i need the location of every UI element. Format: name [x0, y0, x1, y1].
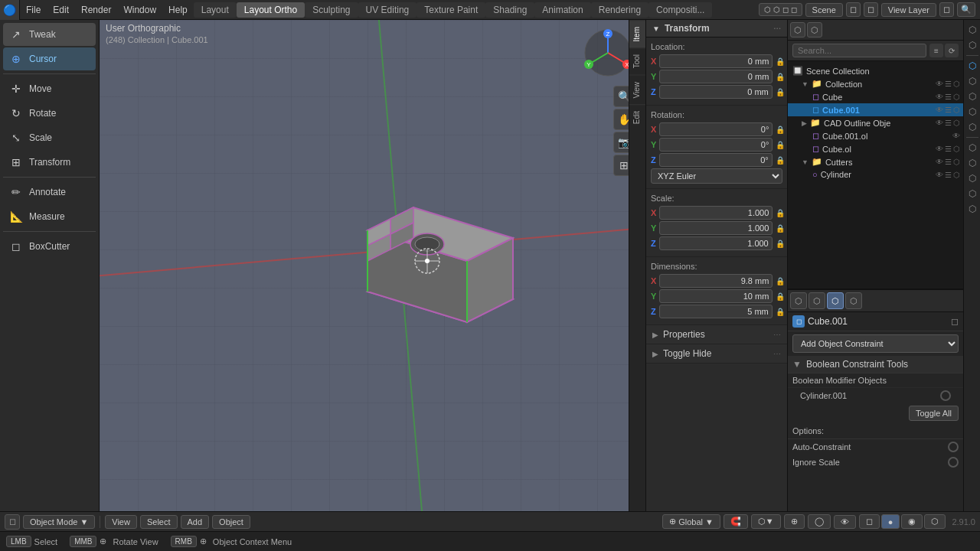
outliner-cutters[interactable]: ▼ 📁 Cutters 👁 ☰ ⬡	[788, 155, 963, 168]
engine-selector[interactable]: ⬡ ⬡ ◻ ◻	[759, 3, 802, 16]
tab-item[interactable]: Item	[629, 20, 645, 47]
cube-vis-2[interactable]: ☰	[945, 93, 952, 101]
tab-edit[interactable]: Edit	[629, 104, 645, 130]
dimensions-z-input[interactable]	[659, 305, 773, 318]
cubeol-vis-3[interactable]: ⬡	[953, 145, 960, 153]
sidebar-icon-11[interactable]: ⬡	[965, 187, 979, 201]
tab-animation[interactable]: Animation	[534, 2, 590, 18]
cutters-vis-3[interactable]: ⬡	[953, 158, 960, 166]
mode-selector[interactable]: Object Mode ▼	[23, 515, 95, 529]
sidebar-icon-4[interactable]: ⬡	[965, 74, 979, 88]
outliner-cube001ol[interactable]: ◻ Cube.001.ol 👁	[788, 129, 963, 142]
sidebar-icon-6[interactable]: ⬡	[965, 105, 979, 119]
cutters-vis-1[interactable]: 👁	[936, 158, 943, 166]
dimensions-x-lock[interactable]: 🔒	[776, 277, 785, 285]
location-y-input[interactable]	[659, 70, 773, 83]
boolean-tools-header[interactable]: ▼ Boolean Constraint Tools	[788, 356, 963, 373]
location-x-lock[interactable]: 🔒	[776, 57, 785, 66]
cylinder-vis-2[interactable]: ☰	[945, 171, 952, 179]
tool-annotate[interactable]: ✏ Annotate	[3, 181, 96, 204]
add-object-constraint-dropdown[interactable]: Add Object Constraint	[792, 334, 959, 353]
menu-render[interactable]: Render	[75, 3, 117, 17]
snap-options-btn[interactable]: ⬡▼	[751, 514, 781, 529]
location-y-lock[interactable]: 🔒	[776, 73, 785, 81]
cube001-vis-2[interactable]: ☰	[945, 106, 952, 114]
outliner-search-input[interactable]	[792, 44, 926, 57]
rotation-x-lock[interactable]: 🔒	[776, 126, 785, 134]
cubeol-vis-2[interactable]: ☰	[945, 145, 952, 153]
snap-magnet-btn[interactable]: 🧲	[724, 514, 748, 529]
collection-vis-1[interactable]: 👁	[936, 80, 943, 88]
toggle-all-btn[interactable]: Toggle All	[909, 406, 959, 421]
sidebar-icon-7[interactable]: ⬡	[965, 120, 979, 134]
scene-icons[interactable]: ◻	[864, 2, 878, 17]
view-layer-expand[interactable]: ◻	[939, 2, 954, 17]
cylinder-vis-3[interactable]: ⬡	[953, 171, 960, 179]
scale-z-lock[interactable]: 🔒	[776, 240, 785, 248]
rotation-z-input[interactable]	[659, 153, 773, 167]
menu-edit[interactable]: Edit	[47, 3, 75, 17]
cad-vis-2[interactable]: ☰	[945, 119, 952, 127]
outliner-cylinder[interactable]: ○ Cylinder 👁 ☰ ⬡	[788, 168, 963, 181]
cad-vis-3[interactable]: ⬡	[953, 119, 960, 127]
prop-icon-scene[interactable]: ⬡	[845, 292, 862, 309]
outliner-cubeol[interactable]: ◻ Cube.ol 👁 ☰ ⬡	[788, 142, 963, 155]
sidebar-icon-12[interactable]: ⬡	[965, 202, 979, 216]
material-btn[interactable]: ◉	[901, 514, 923, 529]
menu-help[interactable]: Help	[162, 3, 194, 17]
tool-cursor[interactable]: ⊕ Cursor	[3, 47, 96, 70]
tab-uv-editing[interactable]: UV Editing	[358, 2, 417, 18]
outliner-sync-icon[interactable]: ⟳	[945, 44, 959, 57]
view-layer-search[interactable]: 🔍	[957, 2, 975, 17]
tool-scale[interactable]: ⤡ Scale	[3, 126, 96, 149]
tool-rotate[interactable]: ↻ Rotate	[3, 102, 96, 125]
outliner-cad-outline[interactable]: ▶ 📁 CAD Outline Obje 👁 ☰ ⬡	[788, 116, 963, 129]
view-type-btn[interactable]: 👁	[834, 515, 856, 529]
toggle-hide-section[interactable]: ▶ Toggle Hide ⋯	[646, 344, 787, 364]
sidebar-icon-1[interactable]: ⬡	[965, 23, 979, 37]
properties-section[interactable]: ▶ Properties ⋯	[646, 325, 787, 344]
rotation-y-input[interactable]	[659, 138, 773, 152]
prop-icon-output[interactable]: ⬡	[808, 292, 825, 309]
sidebar-icon-10[interactable]: ⬡	[965, 171, 979, 185]
cube-vis-3[interactable]: ⬡	[953, 93, 960, 101]
global-transform[interactable]: ⊕ Global ▼	[662, 514, 720, 529]
outliner-icon-2[interactable]: ⬡	[807, 22, 822, 37]
sidebar-icon-5[interactable]: ⬡	[965, 90, 979, 103]
outliner-scene-collection[interactable]: 🔲 Scene Collection	[788, 64, 963, 77]
view-btn[interactable]: View	[105, 515, 137, 529]
transform-panel-header[interactable]: ▼ Transform ⋯	[646, 20, 787, 37]
tab-texture-paint[interactable]: Texture Paint	[416, 2, 485, 18]
object-btn[interactable]: Object	[212, 515, 250, 529]
sidebar-icon-9[interactable]: ⬡	[965, 156, 979, 170]
outliner-collection[interactable]: ▼ 📁 Collection 👁 ☰ ⬡	[788, 77, 963, 90]
cad-vis-1[interactable]: 👁	[936, 119, 943, 127]
cylinder-vis-1[interactable]: 👁	[936, 171, 943, 179]
menu-window[interactable]: Window	[117, 3, 162, 17]
scale-y-input[interactable]	[659, 221, 773, 235]
outliner-icon-1[interactable]: ⬡	[790, 22, 805, 37]
ignore-scale-radio[interactable]	[948, 457, 959, 468]
euler-mode-select[interactable]: XYZ Euler	[651, 168, 782, 184]
rotation-x-input[interactable]	[659, 122, 773, 136]
cylinder-001-radio[interactable]	[940, 390, 951, 401]
outliner-cube-001[interactable]: ◻ Cube.001 👁 ☰ ⬡	[788, 103, 963, 116]
app-icon[interactable]: 🔵	[0, 0, 20, 20]
proportional-edit-btn[interactable]: ⊕	[784, 514, 805, 529]
tab-layout[interactable]: Layout	[194, 2, 237, 18]
wireframe-btn[interactable]: ◻	[859, 514, 880, 529]
dimensions-y-lock[interactable]: 🔒	[776, 292, 785, 301]
collection-vis-3[interactable]: ⬡	[953, 80, 960, 88]
location-z-input[interactable]	[659, 85, 773, 99]
sidebar-icon-8[interactable]: ⬡	[965, 141, 979, 155]
scene-expand[interactable]: ◻	[846, 2, 861, 17]
sidebar-icon-2[interactable]: ⬡	[965, 38, 979, 52]
mode-icon[interactable]: ◻	[5, 514, 20, 530]
prop-icon-render[interactable]: ⬡	[790, 292, 807, 309]
auto-constraint-radio[interactable]	[948, 442, 959, 452]
scale-x-input[interactable]	[659, 206, 773, 220]
viewport[interactable]: User Orthographic (248) Collection | Cub…	[100, 20, 645, 511]
scale-x-lock[interactable]: 🔒	[776, 209, 785, 217]
nav-gizmo[interactable]: Z X Y	[581, 26, 635, 80]
outliner-filter-icon[interactable]: ≡	[929, 44, 943, 57]
